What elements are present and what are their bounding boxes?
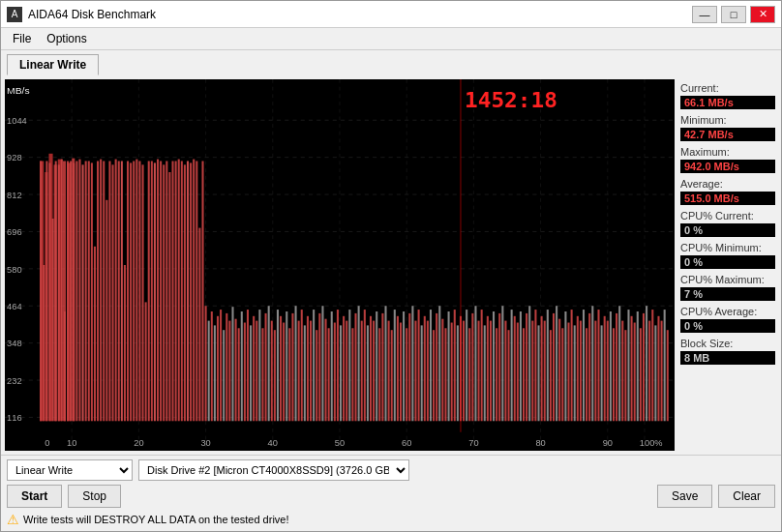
svg-text:580: 580 (7, 265, 22, 275)
restore-button[interactable]: □ (721, 6, 746, 23)
menu-options[interactable]: Options (39, 30, 94, 47)
svg-rect-174 (411, 306, 413, 421)
svg-rect-236 (597, 310, 599, 421)
svg-rect-252 (646, 306, 647, 421)
svg-rect-248 (634, 323, 636, 422)
svg-rect-225 (564, 311, 566, 421)
svg-rect-245 (624, 330, 626, 421)
close-button[interactable]: ✕ (750, 6, 775, 23)
svg-rect-197 (481, 310, 483, 421)
start-button[interactable]: Start (7, 485, 62, 508)
svg-rect-187 (451, 323, 453, 422)
svg-rect-181 (433, 330, 435, 421)
svg-rect-255 (654, 325, 656, 421)
svg-rect-125 (265, 313, 267, 421)
svg-rect-64 (82, 164, 84, 421)
svg-rect-123 (258, 310, 260, 421)
svg-rect-188 (454, 310, 456, 421)
svg-rect-147 (331, 311, 333, 421)
svg-rect-148 (334, 323, 336, 422)
svg-text:80: 80 (535, 438, 545, 448)
svg-rect-90 (160, 161, 162, 421)
minimize-button[interactable]: — (692, 6, 717, 23)
svg-rect-80 (130, 163, 132, 421)
svg-rect-169 (397, 316, 399, 421)
svg-rect-67 (91, 163, 93, 421)
svg-rect-139 (307, 316, 309, 421)
svg-rect-251 (643, 313, 645, 421)
svg-rect-157 (361, 321, 363, 422)
svg-rect-145 (325, 319, 327, 422)
svg-rect-70 (100, 160, 102, 422)
svg-rect-105 (205, 306, 207, 421)
svg-rect-192 (466, 310, 467, 421)
svg-rect-78 (124, 265, 126, 421)
chart-area: MB/s 1044 928 812 696 580 464 348 232 11… (5, 79, 675, 451)
svg-text:100%: 100% (640, 438, 663, 448)
svg-rect-195 (474, 306, 476, 421)
svg-rect-54 (52, 219, 54, 421)
clear-button[interactable]: Clear (718, 485, 775, 508)
svg-rect-144 (321, 306, 323, 421)
svg-text:812: 812 (7, 191, 22, 200)
svg-rect-146 (328, 328, 330, 421)
svg-rect-86 (148, 161, 150, 421)
svg-rect-151 (343, 316, 345, 421)
svg-rect-135 (295, 306, 297, 421)
svg-rect-154 (351, 328, 353, 421)
svg-rect-129 (277, 310, 279, 421)
svg-rect-138 (304, 325, 306, 421)
svg-rect-81 (133, 161, 135, 421)
svg-rect-66 (88, 161, 90, 421)
stop-button[interactable]: Stop (68, 485, 121, 508)
svg-text:232: 232 (7, 376, 22, 386)
minimum-value: 42.7 MB/s (680, 128, 775, 141)
svg-rect-109 (217, 316, 219, 421)
svg-rect-112 (226, 313, 227, 421)
controls-row2: Start Stop Save Clear (7, 485, 775, 508)
svg-rect-189 (457, 325, 459, 421)
svg-rect-141 (313, 310, 315, 421)
warning-icon: ⚠ (7, 512, 19, 527)
svg-rect-240 (610, 311, 612, 421)
block-size-label: Block Size: (680, 338, 775, 349)
svg-rect-211 (523, 328, 525, 421)
svg-rect-184 (441, 319, 443, 422)
svg-text:0: 0 (45, 438, 49, 448)
svg-rect-205 (504, 321, 506, 422)
svg-rect-229 (577, 316, 579, 421)
svg-rect-180 (430, 310, 432, 421)
svg-rect-220 (550, 330, 552, 421)
svg-rect-113 (228, 321, 230, 422)
maximum-value: 942.0 MB/s (680, 160, 775, 173)
svg-rect-215 (534, 310, 536, 421)
svg-rect-209 (517, 323, 519, 422)
save-button[interactable]: Save (657, 485, 712, 508)
svg-rect-50 (40, 161, 42, 421)
svg-rect-257 (661, 321, 663, 422)
svg-rect-84 (141, 164, 143, 421)
svg-rect-63 (78, 160, 80, 422)
svg-rect-60 (70, 161, 72, 421)
svg-rect-170 (400, 323, 402, 422)
app-icon: A (7, 7, 22, 22)
svg-rect-74 (112, 164, 114, 421)
menu-file[interactable]: File (5, 30, 39, 47)
svg-rect-241 (613, 328, 615, 421)
test-type-dropdown[interactable]: Linear Write (7, 459, 133, 481)
svg-rect-234 (591, 306, 593, 421)
svg-rect-243 (618, 306, 620, 421)
svg-rect-96 (178, 160, 180, 422)
svg-rect-202 (496, 328, 497, 421)
svg-rect-62 (75, 161, 77, 421)
svg-rect-91 (163, 164, 165, 421)
drive-dropdown[interactable]: Disk Drive #2 [Micron CT4000X8SSD9] (372… (138, 459, 409, 481)
tab-linear-write[interactable]: Linear Write (7, 54, 99, 75)
menu-bar: File Options (1, 28, 781, 50)
svg-rect-98 (184, 164, 186, 421)
svg-rect-118 (244, 323, 246, 422)
svg-rect-150 (340, 325, 342, 421)
svg-rect-94 (171, 161, 173, 421)
svg-rect-52 (45, 161, 47, 421)
svg-rect-165 (384, 306, 386, 421)
